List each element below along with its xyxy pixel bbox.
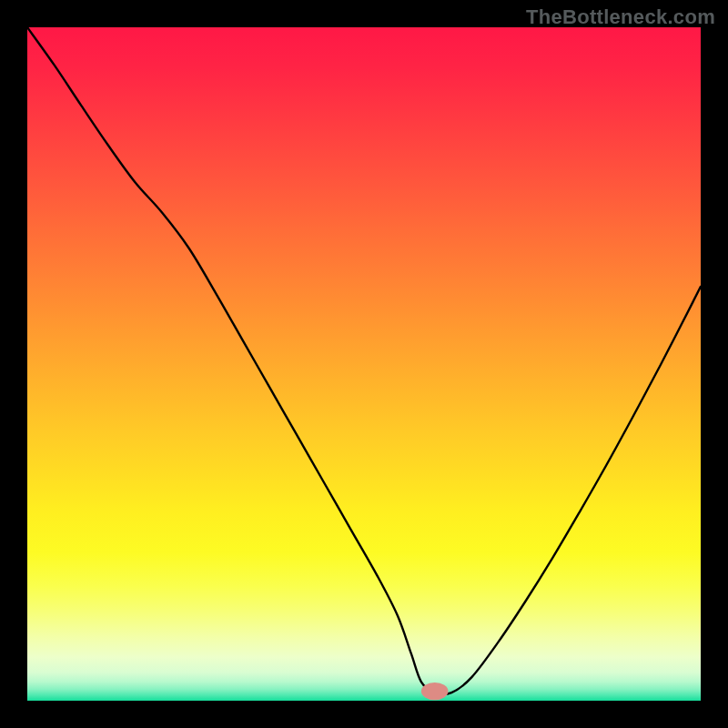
chart-frame: TheBottleneck.com xyxy=(0,0,728,728)
watermark-text: TheBottleneck.com xyxy=(526,5,715,29)
optimum-marker xyxy=(421,682,449,700)
plot-area xyxy=(27,27,701,701)
gradient-background xyxy=(27,27,701,701)
bottleneck-chart xyxy=(27,27,701,701)
